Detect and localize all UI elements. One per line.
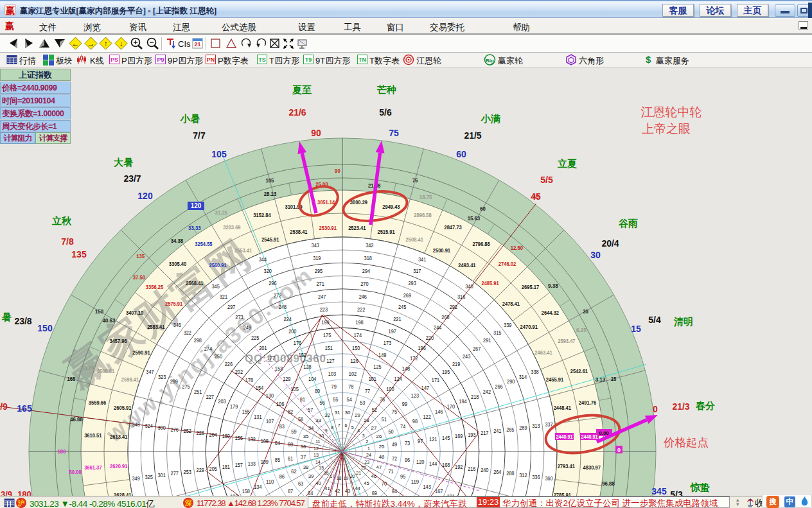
svg-text:9: 9	[325, 428, 328, 433]
svg-text:43.75: 43.75	[82, 365, 94, 371]
svg-text:180: 180	[222, 433, 231, 439]
svg-text:120: 120	[191, 202, 202, 209]
svg-text:147: 147	[421, 385, 430, 391]
svg-text:150: 150	[352, 345, 360, 351]
svg-text:30: 30	[590, 250, 601, 260]
svg-text:345: 345	[651, 486, 667, 496]
svg-text:15: 15	[611, 375, 617, 382]
svg-text:44: 44	[355, 486, 360, 491]
svg-text:64: 64	[308, 490, 313, 496]
svg-text:17: 17	[330, 474, 335, 478]
svg-text:53: 53	[360, 399, 365, 406]
svg-text:195: 195	[442, 369, 450, 375]
svg-text:7: 7	[338, 423, 340, 428]
svg-text:244: 244	[434, 324, 442, 331]
svg-text:22: 22	[361, 466, 366, 470]
svg-text:2575.91: 2575.91	[165, 300, 183, 307]
svg-text:145: 145	[442, 435, 450, 441]
svg-text:21/3: 21/3	[672, 401, 689, 412]
svg-text:346: 346	[173, 322, 182, 328]
svg-text:60: 60	[456, 149, 466, 159]
svg-text:312: 312	[519, 472, 527, 478]
svg-text:204: 204	[209, 432, 218, 438]
svg-text:177: 177	[267, 355, 276, 362]
svg-text:82: 82	[288, 408, 293, 415]
svg-text:2440.91: 2440.91	[581, 434, 598, 440]
svg-text:144: 144	[429, 460, 437, 467]
svg-text:2455.91: 2455.91	[546, 376, 564, 383]
svg-text:77: 77	[365, 388, 370, 394]
svg-text:35: 35	[303, 434, 309, 439]
svg-text:226: 226	[225, 361, 233, 367]
svg-text:2583.41: 2583.41	[147, 323, 165, 330]
svg-text:132: 132	[248, 436, 256, 442]
svg-text:292: 292	[450, 304, 458, 310]
svg-text:130: 130	[266, 392, 274, 399]
svg-text:6.25: 6.25	[576, 327, 587, 333]
svg-text:55: 55	[333, 396, 338, 403]
svg-text:102: 102	[349, 371, 357, 377]
svg-text:TN: TN	[358, 57, 366, 63]
svg-text:3203.69: 3203.69	[223, 223, 240, 231]
svg-text:165: 165	[17, 403, 32, 414]
svg-text:3457.96: 3457.96	[109, 337, 127, 344]
svg-text:2515.91: 2515.91	[377, 228, 395, 235]
svg-text:2463.41: 2463.41	[534, 349, 552, 356]
svg-text:2898.58: 2898.58	[414, 211, 431, 218]
svg-text:300: 300	[157, 425, 166, 431]
svg-text:157: 157	[235, 462, 243, 468]
svg-text:337: 337	[545, 421, 553, 428]
svg-text:15: 15	[631, 324, 641, 334]
svg-text:2613.41: 2613.41	[110, 433, 128, 440]
svg-text:5/3: 5/3	[670, 489, 683, 496]
svg-text:119: 119	[411, 478, 419, 485]
svg-text:29: 29	[355, 412, 360, 418]
svg-text:6: 6	[344, 423, 347, 428]
svg-text:59: 59	[291, 428, 296, 435]
svg-text:289: 289	[519, 425, 527, 431]
svg-text:60: 60	[288, 441, 293, 448]
svg-text:8: 8	[331, 425, 333, 430]
svg-text:0: 0	[653, 404, 658, 414]
svg-text:152: 152	[299, 352, 307, 358]
svg-text:3508.81: 3508.81	[97, 367, 115, 374]
svg-text:28.13: 28.13	[264, 191, 277, 197]
svg-text:266: 266	[495, 383, 503, 390]
svg-text:299: 299	[170, 378, 179, 385]
svg-text:清明: 清明	[673, 316, 693, 327]
svg-text:63: 63	[298, 480, 303, 487]
svg-text:290: 290	[507, 378, 515, 385]
svg-text:2695.17: 2695.17	[522, 283, 539, 290]
svg-text:谷雨: 谷雨	[618, 218, 638, 229]
svg-text:149: 149	[378, 352, 387, 358]
svg-text:75: 75	[412, 177, 418, 184]
svg-text:21: 21	[356, 471, 361, 475]
svg-text:12.50: 12.50	[511, 245, 524, 251]
svg-text:2620.91: 2620.91	[110, 462, 128, 469]
svg-text:243: 243	[463, 353, 471, 360]
svg-text:128: 128	[303, 363, 312, 370]
svg-text:43: 43	[345, 488, 351, 494]
svg-text:242: 242	[483, 389, 491, 395]
svg-text:103: 103	[328, 371, 337, 377]
svg-text:253: 253	[184, 469, 192, 475]
svg-text:小满: 小满	[481, 113, 500, 124]
svg-text:146: 146	[435, 408, 443, 415]
svg-text:320: 320	[264, 268, 272, 274]
svg-text:158: 158	[242, 488, 251, 495]
svg-text:97: 97	[418, 438, 423, 444]
svg-text:3356.25: 3356.25	[146, 283, 164, 290]
svg-text:76: 76	[380, 396, 385, 403]
svg-text:7/7: 7/7	[193, 130, 206, 141]
svg-text:3152.84: 3152.84	[253, 211, 271, 218]
svg-text:2508.41: 2508.41	[406, 236, 424, 243]
svg-text:3305.40: 3305.40	[169, 260, 186, 267]
svg-text:25: 25	[379, 444, 385, 450]
svg-text:57: 57	[308, 407, 313, 413]
svg-text:126: 126	[350, 358, 358, 364]
svg-text:33: 33	[315, 417, 321, 423]
svg-text:360: 360	[545, 475, 553, 482]
svg-text:江恩轮中轮: 江恩轮中轮	[641, 105, 702, 119]
svg-text:277: 277	[171, 470, 179, 477]
svg-text:251: 251	[194, 389, 202, 395]
